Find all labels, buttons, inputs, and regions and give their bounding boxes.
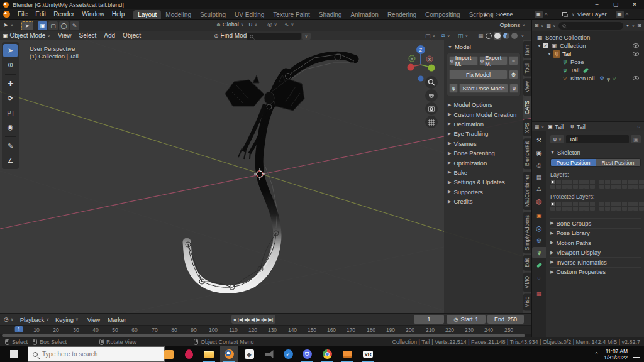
menu-help[interactable]: Help — [108, 11, 129, 18]
playback-menu[interactable]: Playback∨ — [20, 316, 49, 323]
frame-start-field[interactable]: ◷Start1 — [447, 315, 486, 324]
marker-menu[interactable]: Marker — [104, 316, 130, 323]
scale-tool[interactable]: ◰ — [3, 106, 18, 119]
blender-taskbar-icon[interactable] — [220, 346, 238, 362]
new-collection-icon[interactable]: ⊞ — [637, 23, 641, 28]
pin-icon[interactable]: ○ — [637, 124, 640, 129]
steam-monitor-icon[interactable] — [338, 346, 356, 362]
blenderkit-expand-chevron[interactable]: ∨ — [302, 33, 311, 40]
active-tool-button[interactable]: ➤ — [21, 21, 33, 30]
workspace-tab-shading[interactable]: Shading — [314, 10, 347, 19]
cats-section-visemes[interactable]: ▶Visemes — [444, 139, 523, 148]
cats-section-supporters[interactable]: ▶Supporters — [444, 187, 523, 197]
tab-view[interactable]: View — [523, 78, 531, 96]
hide-eye-icon[interactable] — [633, 43, 639, 48]
chrome-icon[interactable] — [318, 346, 336, 362]
keying-menu[interactable]: Keying∨ — [55, 316, 79, 323]
tab-misc[interactable]: Misc — [523, 293, 531, 310]
cats-section-bone-parenting[interactable]: ▶Bone Parenting — [444, 148, 523, 158]
playhead[interactable]: 1 — [15, 326, 23, 332]
falloff-dropdown[interactable]: ∿∨ — [284, 21, 294, 28]
scene-selector[interactable]: ▲∨ Scene ▣ ✕ — [483, 10, 548, 19]
transform-orientation-dropdown[interactable]: ⊕ Global∨ — [216, 21, 243, 28]
editor-type-icon[interactable]: ▦ — [535, 124, 540, 129]
mode-dropdown[interactable]: ▣ Object Mode∨ — [3, 32, 50, 39]
layers-grid-right[interactable] — [599, 180, 644, 189]
cursor-tool[interactable]: ⊕ — [3, 58, 18, 72]
record-button[interactable]: ● — [233, 317, 236, 322]
workspace-tab-uvediting[interactable]: UV Editing — [230, 10, 269, 19]
protected-grid-right[interactable] — [599, 202, 644, 211]
vr-app-icon[interactable]: VR — [359, 346, 377, 362]
filter-funnel-dropdown[interactable]: ▼∨ — [626, 23, 635, 28]
browse-scene-icon[interactable]: ▣ — [535, 11, 543, 18]
proportional-editing-toggle[interactable]: ◎∨ — [267, 21, 277, 28]
select-mode-tweak-icon[interactable]: ▣ — [38, 21, 47, 30]
tab-blenderkit[interactable]: BlenderKit — [523, 138, 531, 169]
import-menu-button[interactable]: ≡ — [509, 56, 518, 65]
cats-section-model-options[interactable]: ▶Model Options — [444, 100, 523, 109]
tab-output-icon[interactable]: ⎙ — [532, 160, 546, 171]
check-app-icon[interactable]: ✓ — [279, 346, 297, 362]
taskbar-search[interactable] — [28, 346, 165, 362]
blender-menu-icon[interactable] — [3, 11, 10, 18]
frame-end-field[interactable]: End250 — [487, 315, 524, 324]
tab-physics-icon[interactable]: ◌ — [532, 272, 546, 283]
cats-section-optimization[interactable]: ▶Optimization — [444, 158, 523, 167]
jump-to-end-button[interactable]: ▶| — [268, 317, 273, 322]
cats-section-custom-model-creation[interactable]: ▶Custom Model Creation — [444, 109, 523, 119]
viewport-menu-object[interactable]: Object — [119, 32, 145, 39]
menu-render[interactable]: Render — [50, 11, 78, 18]
minimize-button[interactable]: – — [587, 1, 606, 8]
feedback-hub-icon[interactable] — [160, 346, 177, 362]
cats-section-settings-updates[interactable]: ▶Settings & Updates — [444, 177, 523, 187]
tab-mmo[interactable]: MMO — [523, 273, 531, 292]
cats-model-panel-header[interactable]: ▼ Model — [444, 40, 523, 52]
active-tool-dropdown[interactable]: ➤∨ — [3, 21, 13, 28]
viewport-menu-add[interactable]: Add — [100, 32, 119, 39]
maximize-button[interactable]: ▢ — [606, 1, 625, 8]
cats-section-bake[interactable]: ▶Bake — [444, 168, 523, 177]
flame-app-icon[interactable] — [180, 346, 197, 362]
pose-position-button[interactable]: Pose Position — [551, 159, 596, 166]
workspace-tab-modeling[interactable]: Modeling — [161, 10, 196, 19]
outliner-row-armature-data[interactable]: ⋔ Tail — [532, 66, 644, 74]
taskbar-search-input[interactable] — [42, 351, 149, 358]
section-bone-groups[interactable]: ▶Bone Groups — [550, 218, 641, 228]
select-mode-lasso-icon[interactable]: ✎ — [70, 21, 79, 30]
blenderkit-search-input[interactable] — [247, 33, 301, 40]
current-frame-field[interactable]: 1 — [414, 315, 444, 324]
cats-section-eye-tracking[interactable]: ▶Eye Tracking — [444, 129, 523, 138]
play-button[interactable]: ▶ — [256, 317, 260, 322]
menu-window[interactable]: Window — [78, 11, 108, 18]
options-dropdown[interactable]: Options∨ — [499, 21, 525, 28]
viewport-3d[interactable]: ➤ ⊕ ✚ ⟳ ◰ ◉ ✎ ∠ User Perspective (1) Col… — [0, 40, 531, 313]
hide-eye-icon[interactable] — [633, 52, 639, 56]
tab-bone-icon[interactable] — [532, 260, 546, 271]
tab-texture-icon[interactable]: ▦ — [532, 288, 546, 299]
view-layer-selector[interactable]: ∨ View Layer ▣ ✕ — [562, 10, 629, 19]
perspective-toggle-button[interactable] — [425, 116, 438, 128]
measure-tool[interactable]: ∠ — [3, 154, 18, 167]
workspace-tab-compositing[interactable]: Compositing — [421, 10, 465, 19]
camera-view-button[interactable] — [425, 102, 438, 115]
tab-matcombiner[interactable]: MatCombiner — [523, 172, 531, 210]
tab-constraints-icon[interactable]: ◎ — [532, 222, 546, 234]
outliner-search-input[interactable] — [558, 22, 623, 30]
tab-tool-icon[interactable]: ⚒ — [532, 134, 546, 146]
file-explorer-icon[interactable] — [200, 346, 218, 362]
scrollbar-thumb[interactable] — [2, 334, 525, 337]
menu-edit[interactable]: Edit — [31, 11, 50, 18]
armature-datablock-dropdown[interactable]: ⋔∨ — [550, 135, 564, 143]
workspace-tab-rendering[interactable]: Rendering — [383, 10, 421, 19]
section-inverse-kinematics[interactable]: ▶Inverse Kinematics — [550, 257, 641, 267]
unlink-scene-icon[interactable]: ✕ — [544, 11, 548, 17]
tray-expand-chevron[interactable]: ⌃ — [594, 351, 599, 358]
workspace-tab-texturepaint[interactable]: Texture Paint — [269, 10, 314, 19]
section-viewport-display[interactable]: ▶Viewport Display — [550, 248, 641, 258]
material-shading-icon[interactable] — [494, 32, 501, 40]
viewport-menu-view[interactable]: View — [54, 32, 75, 39]
tab-object-data-icon[interactable]: ⋔ — [532, 247, 546, 258]
outliner-filter-mode-dropdown[interactable]: ▦∨ — [546, 23, 555, 28]
collapse-icon[interactable]: ▼ — [547, 52, 552, 56]
